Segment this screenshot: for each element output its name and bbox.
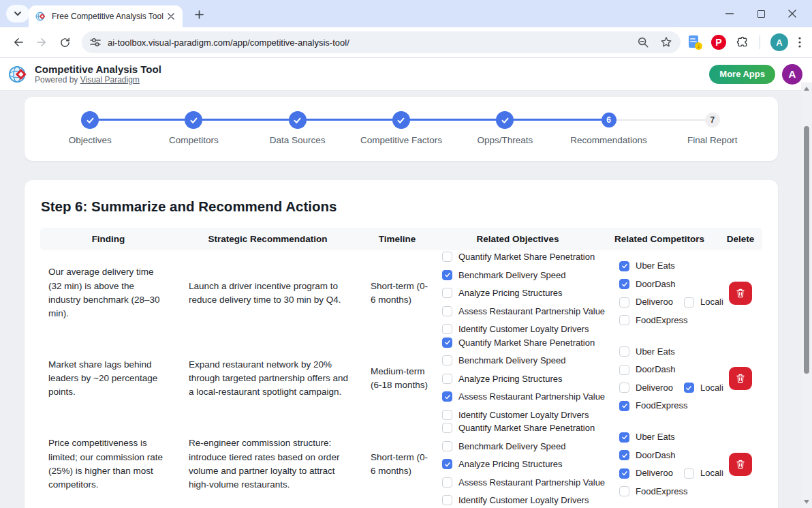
checkbox-icon[interactable] [442, 270, 452, 280]
objective-checkbox[interactable]: Analyze Pricing Structures [442, 372, 600, 386]
page-scrollbar[interactable] [801, 83, 812, 508]
scroll-up-icon[interactable] [804, 87, 809, 91]
objective-checkbox[interactable]: Analyze Pricing Structures [442, 458, 600, 471]
stepper: Objectives Competitors Data Sources Comp… [25, 97, 778, 161]
stepper-step[interactable]: Competitive Factors [349, 97, 453, 161]
forward-button[interactable] [30, 31, 53, 54]
stepper-step[interactable]: Opps/Threats [453, 97, 557, 161]
checkbox-icon[interactable] [684, 383, 694, 393]
browser-profile-avatar[interactable]: A [770, 33, 788, 51]
objective-checkbox[interactable]: Benchmark Delivery Speed [442, 354, 600, 368]
objective-checkbox[interactable]: Quantify Market Share Penetration [442, 250, 600, 264]
competitor-checkbox[interactable]: DoorDash [619, 278, 676, 291]
checkbox-icon[interactable] [619, 297, 629, 308]
checkbox-icon[interactable] [619, 383, 629, 393]
checkbox-icon[interactable] [619, 346, 629, 357]
minimize-button[interactable] [714, 0, 745, 27]
extensions-puzzle-icon[interactable] [736, 36, 749, 49]
menu-dots-icon[interactable] [798, 37, 801, 48]
competitor-checkbox[interactable]: Uber Eats [619, 259, 675, 273]
checkbox-icon[interactable] [619, 468, 629, 479]
competitor-checkbox[interactable]: Locali [684, 381, 723, 395]
competitor-check-line: Deliveroo Locali [619, 466, 719, 480]
maximize-button[interactable] [745, 0, 777, 27]
tab-search-button[interactable] [6, 5, 29, 23]
checkbox-icon[interactable] [442, 459, 452, 469]
checkbox-icon[interactable] [442, 355, 452, 365]
objective-checkbox[interactable]: Assess Restaurant Partnership Value [442, 305, 600, 318]
checkbox-icon[interactable] [619, 315, 629, 325]
checkbox-icon[interactable] [442, 423, 452, 433]
competitor-checkbox[interactable]: FoodExpress [619, 314, 688, 327]
delete-row-button[interactable] [729, 282, 752, 305]
stepper-step[interactable]: 7 Final Report [661, 97, 764, 161]
table-column-header: Timeline [359, 234, 435, 244]
checkbox-icon[interactable] [442, 324, 452, 334]
checkbox-icon[interactable] [442, 495, 452, 505]
objective-checkbox[interactable]: Quantify Market Share Penetration [442, 336, 600, 350]
checkbox-icon[interactable] [442, 391, 452, 402]
checkbox-icon[interactable] [619, 279, 629, 289]
checkbox-icon[interactable] [442, 374, 452, 384]
checkbox-icon[interactable] [619, 401, 629, 411]
competitor-checkbox[interactable]: DoorDash [619, 363, 676, 376]
table-column-header: Related Objectives [435, 234, 600, 244]
scrollbar-thumb[interactable] [804, 126, 809, 374]
user-avatar[interactable]: A [782, 64, 802, 85]
url-bar[interactable]: ai-toolbox.visual-paradigm.com/app/compe… [82, 31, 681, 53]
page-title: Step 6: Summarize and Recommend Actions [25, 180, 778, 215]
checkbox-icon[interactable] [684, 468, 694, 479]
checkbox-icon[interactable] [619, 450, 629, 460]
stepper-step[interactable]: Objectives [38, 97, 142, 161]
checkbox-icon[interactable] [442, 288, 452, 298]
stepper-step[interactable]: Competitors [142, 97, 245, 161]
tab-close-icon[interactable] [165, 10, 177, 23]
checkbox-icon[interactable] [442, 441, 452, 451]
pinterest-icon[interactable]: P [711, 35, 726, 50]
star-icon[interactable] [660, 36, 672, 48]
checkbox-icon[interactable] [442, 338, 452, 348]
competitor-checkbox[interactable]: FoodExpress [619, 399, 688, 413]
stepper-step[interactable]: 6 Recommendations [557, 97, 660, 161]
competitor-checkbox[interactable]: FoodExpress [619, 485, 688, 498]
checkbox-icon[interactable] [442, 410, 452, 420]
competitor-checkbox[interactable]: Locali [684, 466, 723, 480]
checkbox-icon[interactable] [619, 365, 629, 375]
reading-list-icon[interactable]: ↓ [689, 35, 701, 49]
checkbox-icon[interactable] [619, 432, 629, 443]
stepper-step[interactable]: Data Sources [246, 97, 349, 161]
objective-checkbox[interactable]: Identify Customer Loyalty Drivers [442, 408, 600, 422]
more-apps-button[interactable]: More Apps [709, 65, 775, 84]
scroll-down-icon[interactable] [804, 500, 809, 504]
checkbox-icon[interactable] [619, 261, 629, 271]
delete-row-button[interactable] [729, 367, 752, 390]
objective-checkbox[interactable]: Benchmark Delivery Speed [442, 269, 600, 282]
delete-row-button[interactable] [729, 453, 752, 476]
objective-checkbox[interactable]: Benchmark Delivery Speed [442, 440, 600, 453]
competitor-checkbox[interactable]: Uber Eats [619, 430, 675, 444]
competitor-checkbox[interactable]: Locali [684, 295, 723, 309]
competitor-checkbox[interactable]: DoorDash [619, 449, 676, 462]
competitor-checkbox[interactable]: Uber Eats [619, 345, 675, 359]
objective-checkbox[interactable]: Analyze Pricing Structures [442, 286, 600, 300]
browser-tab[interactable]: Free Competitive Analysis Tool [29, 5, 183, 27]
objective-checkbox[interactable]: Quantify Market Share Penetration [442, 421, 600, 435]
objective-checkbox[interactable]: Identify Customer Loyalty Drivers [442, 494, 600, 507]
objective-checkbox[interactable]: Assess Restaurant Partnership Value [442, 390, 600, 404]
checkbox-icon[interactable] [442, 306, 452, 316]
visual-paradigm-link[interactable]: Visual Paradigm [80, 75, 140, 85]
checkbox-icon[interactable] [442, 477, 452, 488]
reload-button[interactable] [53, 31, 76, 54]
back-button[interactable] [7, 31, 30, 54]
checkbox-icon[interactable] [619, 486, 629, 496]
objective-checkbox[interactable]: Identify Customer Loyalty Drivers [442, 323, 600, 336]
competitor-checkbox[interactable]: Deliveroo [619, 295, 673, 309]
zoom-out-icon[interactable] [637, 36, 649, 48]
close-window-button[interactable] [777, 0, 808, 27]
new-tab-button[interactable] [191, 6, 207, 23]
competitor-checkbox[interactable]: Deliveroo [619, 381, 673, 395]
checkbox-icon[interactable] [684, 297, 694, 308]
checkbox-icon[interactable] [442, 252, 452, 262]
objective-checkbox[interactable]: Assess Restaurant Partnership Value [442, 476, 600, 490]
competitor-checkbox[interactable]: Deliveroo [619, 466, 673, 480]
